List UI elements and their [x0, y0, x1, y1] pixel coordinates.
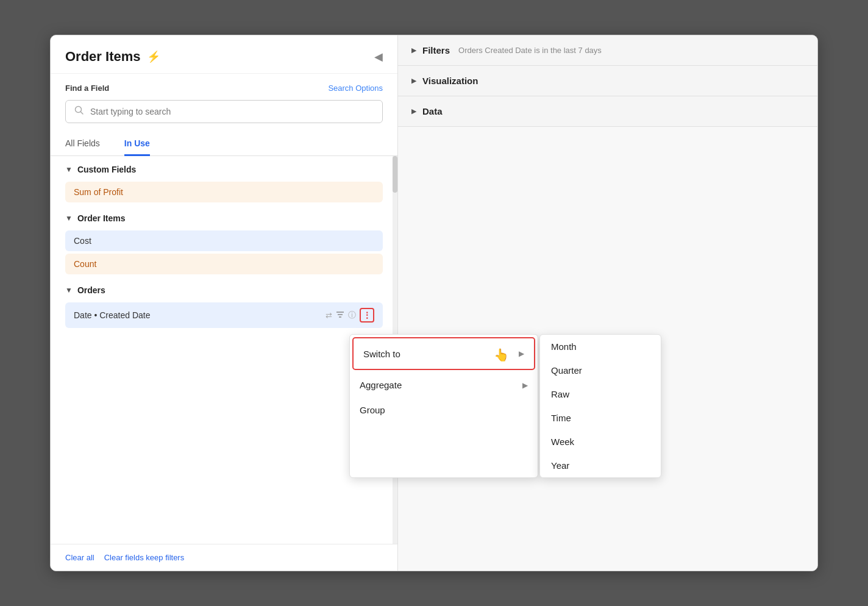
menu-item-week[interactable]: Week: [540, 430, 661, 454]
menu-item-quarter[interactable]: Quarter: [540, 358, 661, 382]
filter-icon[interactable]: [336, 310, 344, 321]
menu-item-month[interactable]: Month: [540, 335, 661, 358]
field-sum-profit[interactable]: Sum of Profit: [65, 182, 383, 202]
menu-item-year[interactable]: Year: [540, 454, 661, 477]
visualization-title: Visualization: [422, 76, 478, 86]
clear-fields-link[interactable]: Clear fields keep filters: [104, 553, 185, 562]
section-title-orders: Orders: [77, 285, 105, 295]
filters-title: Filters: [422, 45, 450, 55]
section-arrow-order: ▼: [65, 214, 73, 223]
visualization-arrow: ▶: [411, 77, 416, 85]
menu-item-group[interactable]: Group: [350, 397, 538, 422]
field-date-created[interactable]: Date • Created Date ⇄ ⓘ ⋮: [65, 302, 383, 328]
section-arrow-orders: ▼: [65, 286, 73, 294]
visualization-header[interactable]: ▶ Visualization: [398, 66, 817, 96]
more-icon[interactable]: ⋮: [360, 308, 374, 323]
scrollbar-thumb[interactable]: [393, 156, 397, 193]
title-group: Order Items ⚡: [65, 49, 160, 65]
filters-header[interactable]: ▶ Filters Orders Created Date is in the …: [398, 35, 817, 65]
search-input[interactable]: [90, 107, 374, 116]
find-field-row: Find a Field Search Options: [51, 74, 397, 98]
section-arrow-custom: ▼: [65, 165, 73, 174]
clear-all-link[interactable]: Clear all: [65, 553, 94, 562]
tab-all-fields[interactable]: All Fields: [65, 132, 100, 156]
info-icon[interactable]: ⓘ: [348, 310, 356, 321]
section-order-items: ▼ Order Items: [51, 205, 397, 228]
back-icon[interactable]: ◀: [374, 50, 383, 63]
panel-header: Order Items ⚡ ◀: [51, 35, 397, 74]
field-actions: ⇄ ⓘ ⋮: [326, 308, 374, 323]
data-title: Data: [422, 106, 443, 116]
search-icon: [74, 105, 84, 118]
search-options-link[interactable]: Search Options: [328, 84, 383, 93]
field-count[interactable]: Count: [65, 254, 383, 274]
filters-subtitle: Orders Created Date is in the last 7 day…: [458, 46, 602, 55]
tab-in-use[interactable]: In Use: [124, 132, 150, 156]
main-window: Order Items ⚡ ◀ Find a Field Search Opti…: [50, 35, 818, 571]
menu-item-time[interactable]: Time: [540, 406, 661, 430]
search-bar: [65, 100, 383, 123]
svg-line-1: [81, 112, 84, 115]
switch-to-arrow: ▶: [519, 349, 524, 358]
menu-item-aggregate[interactable]: Aggregate ▶: [350, 373, 538, 397]
filters-arrow: ▶: [411, 46, 416, 54]
left-panel: Order Items ⚡ ◀ Find a Field Search Opti…: [51, 35, 398, 571]
find-field-label: Find a Field: [65, 84, 109, 93]
context-menu-overlay: Switch to 👆 ▶ Aggregate ▶ Group Month: [349, 334, 661, 478]
data-arrow: ▶: [411, 107, 416, 115]
right-panel: ▶ Filters Orders Created Date is in the …: [398, 35, 817, 571]
field-cost[interactable]: Cost: [65, 230, 383, 251]
bottom-bar: Clear all Clear fields keep filters: [51, 544, 397, 571]
tabs-row: All Fields In Use: [51, 132, 397, 156]
section-orders: ▼ Orders: [51, 277, 397, 300]
section-title-custom: Custom Fields: [77, 165, 136, 174]
menu-item-switch-to[interactable]: Switch to 👆 ▶: [354, 338, 534, 369]
visualization-section: ▶ Visualization: [398, 66, 817, 96]
data-header[interactable]: ▶ Data: [398, 96, 817, 126]
context-menu-secondary: Month Quarter Raw Time Week Year: [539, 334, 661, 478]
menu-item-raw[interactable]: Raw: [540, 382, 661, 406]
section-custom-fields: ▼ Custom Fields: [51, 156, 397, 179]
lightning-icon: ⚡: [147, 50, 160, 63]
filters-section: ▶ Filters Orders Created Date is in the …: [398, 35, 817, 66]
swap-icon[interactable]: ⇄: [326, 311, 332, 320]
data-section: ▶ Data: [398, 96, 817, 127]
panel-title: Order Items: [65, 49, 141, 65]
search-bar-container: [51, 98, 397, 132]
section-title-order: Order Items: [77, 213, 126, 223]
cursor-pointer: 👆: [494, 348, 509, 362]
fields-list: ▼ Custom Fields Sum of Profit ▼ Order It…: [51, 156, 397, 544]
aggregate-arrow: ▶: [522, 381, 528, 390]
context-menu-primary: Switch to 👆 ▶ Aggregate ▶ Group: [349, 334, 538, 478]
